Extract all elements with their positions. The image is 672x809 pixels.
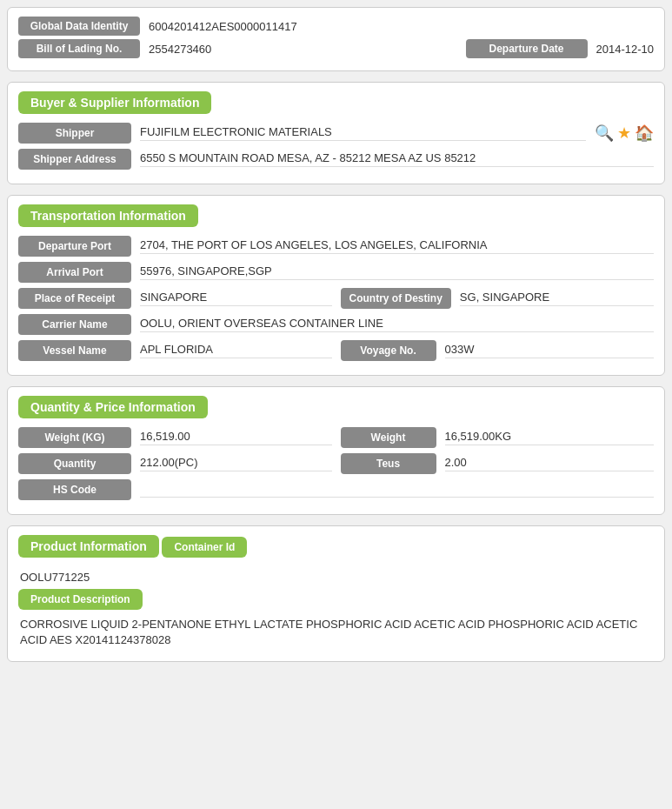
departure-port-row: Departure Port 2704, THE PORT OF LOS ANG… bbox=[18, 236, 654, 257]
container-id-button[interactable]: Container Id bbox=[162, 537, 247, 558]
bill-label: Bill of Lading No. bbox=[18, 39, 140, 58]
shipper-label: Shipper bbox=[18, 123, 131, 144]
quantity-teus-row: Quantity 212.00(PC) Teus 2.00 bbox=[18, 453, 654, 474]
transportation-card: Transportation Information Departure Por… bbox=[7, 195, 665, 376]
transportation-header: Transportation Information bbox=[18, 204, 198, 227]
quantity-label: Quantity bbox=[18, 453, 131, 474]
shipper-address-row: Shipper Address 6550 S MOUNTAIN ROAD MES… bbox=[18, 149, 654, 170]
bill-value: 2554273460 bbox=[149, 43, 211, 56]
departure-label: Departure Date bbox=[466, 39, 588, 58]
product-description-button[interactable]: Product Description bbox=[18, 589, 143, 610]
top-card: Global Data Identity 6004201412AES000001… bbox=[7, 7, 665, 71]
container-id-value: OOLU771225 bbox=[18, 566, 654, 589]
search-icon[interactable]: 🔍 bbox=[595, 124, 614, 143]
shipper-address-value: 6550 S MOUNTAIN ROAD MESA, AZ - 85212 ME… bbox=[140, 151, 654, 167]
buyer-supplier-header: Buyer & Supplier Information bbox=[18, 91, 211, 114]
carrier-name-value: OOLU, ORIENT OVERSEAS CONTAINER LINE bbox=[140, 317, 654, 332]
vessel-voyage-row: Vessel Name APL FLORIDA Voyage No. 033W bbox=[18, 340, 654, 361]
weight-value: 16,519.00KG bbox=[445, 430, 655, 445]
teus-value: 2.00 bbox=[445, 456, 655, 471]
departure-port-value: 2704, THE PORT OF LOS ANGELES, LOS ANGEL… bbox=[140, 238, 654, 254]
teus-label: Teus bbox=[341, 453, 436, 474]
place-of-receipt-value: SINGAPORE bbox=[140, 291, 332, 306]
bill-row: Bill of Lading No. 2554273460 Departure … bbox=[18, 39, 654, 58]
shipper-row: Shipper FUJIFILM ELECTRONIC MATERIALS 🔍 … bbox=[18, 123, 654, 144]
quantity-price-header: Quantity & Price Information bbox=[18, 396, 208, 418]
weight-kg-value: 16,519.00 bbox=[140, 430, 332, 445]
product-header: Product Information bbox=[18, 535, 159, 558]
hs-code-value bbox=[140, 482, 654, 498]
hs-code-label: HS Code bbox=[18, 479, 131, 500]
carrier-name-row: Carrier Name OOLU, ORIENT OVERSEAS CONTA… bbox=[18, 314, 654, 335]
hs-code-row: HS Code bbox=[18, 479, 654, 500]
shipper-value: FUJIFILM ELECTRONIC MATERIALS bbox=[140, 125, 586, 141]
global-data-row: Global Data Identity 6004201412AES000001… bbox=[18, 17, 654, 36]
weight-label: Weight bbox=[341, 427, 436, 448]
arrival-port-row: Arrival Port 55976, SINGAPORE,SGP bbox=[18, 262, 654, 283]
departure-group: Departure Date 2014-12-10 bbox=[466, 39, 655, 58]
vessel-name-label: Vessel Name bbox=[18, 340, 131, 361]
country-of-destiny-group: Country of Destiny SG, SINGAPORE bbox=[341, 288, 655, 309]
shipper-icons: 🔍 ★ 🏠 bbox=[595, 124, 654, 143]
receipt-destiny-row: Place of Receipt SINGAPORE Country of De… bbox=[18, 288, 654, 309]
country-of-destiny-value: SG, SINGAPORE bbox=[460, 291, 654, 306]
arrival-port-label: Arrival Port bbox=[18, 262, 131, 283]
global-data-value: 6004201412AES0000011417 bbox=[149, 20, 297, 33]
weight-group: Weight 16,519.00KG bbox=[341, 427, 655, 448]
quantity-group: Quantity 212.00(PC) bbox=[18, 453, 332, 474]
carrier-name-label: Carrier Name bbox=[18, 314, 131, 335]
place-of-receipt-group: Place of Receipt SINGAPORE bbox=[18, 288, 332, 309]
weight-row: Weight (KG) 16,519.00 Weight 16,519.00KG bbox=[18, 427, 654, 448]
place-of-receipt-label: Place of Receipt bbox=[18, 288, 131, 309]
vessel-name-group: Vessel Name APL FLORIDA bbox=[18, 340, 332, 361]
arrival-port-value: 55976, SINGAPORE,SGP bbox=[140, 264, 654, 280]
shipper-address-label: Shipper Address bbox=[18, 149, 131, 170]
quantity-value: 212.00(PC) bbox=[140, 456, 332, 471]
country-of-destiny-label: Country of Destiny bbox=[341, 288, 451, 309]
weight-kg-label: Weight (KG) bbox=[18, 427, 131, 448]
star-icon[interactable]: ★ bbox=[617, 124, 631, 143]
product-card: Product Information Container Id OOLU771… bbox=[7, 525, 665, 662]
buyer-supplier-card: Buyer & Supplier Information Shipper FUJ… bbox=[7, 82, 665, 184]
departure-port-label: Departure Port bbox=[18, 236, 131, 257]
product-description-value: CORROSIVE LIQUID 2-PENTANONE ETHYL LACTA… bbox=[18, 613, 654, 652]
global-data-label: Global Data Identity bbox=[18, 17, 140, 36]
weight-kg-group: Weight (KG) 16,519.00 bbox=[18, 427, 332, 448]
vessel-name-value: APL FLORIDA bbox=[140, 343, 332, 358]
voyage-no-group: Voyage No. 033W bbox=[341, 340, 655, 361]
voyage-no-value: 033W bbox=[445, 343, 655, 358]
home-icon[interactable]: 🏠 bbox=[635, 124, 654, 143]
voyage-no-label: Voyage No. bbox=[341, 340, 436, 361]
quantity-price-card: Quantity & Price Information Weight (KG)… bbox=[7, 386, 665, 515]
teus-group: Teus 2.00 bbox=[341, 453, 655, 474]
departure-value: 2014-12-10 bbox=[596, 43, 655, 56]
